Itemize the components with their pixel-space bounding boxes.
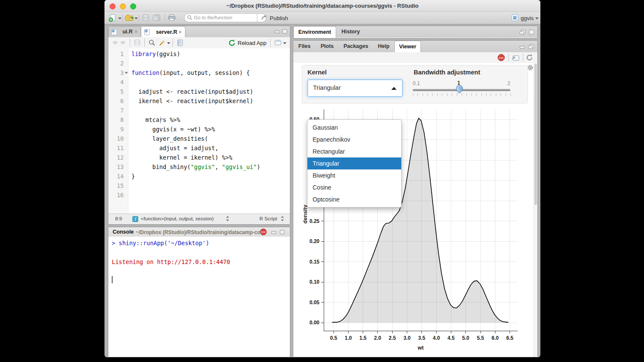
maximize-pane-icon[interactable] <box>529 30 534 35</box>
tab-viewer[interactable]: Viewer <box>394 41 421 52</box>
maximize-pane-icon[interactable] <box>280 230 285 234</box>
tab-ui-r[interactable]: R ui.R × <box>108 26 141 37</box>
code-tools-caret[interactable] <box>167 42 170 44</box>
publish-button[interactable] <box>261 15 268 21</box>
code-line[interactable]: 10 layer_densities( <box>108 134 290 143</box>
code-line[interactable]: 8 mtcars %>% <box>108 115 290 125</box>
viewer-content: 0.51.01.52.02.53.03.54.04.55.05.56.06.50… <box>293 63 537 357</box>
tab-files[interactable]: Files <box>293 41 316 52</box>
publish-label[interactable]: Publish <box>270 15 288 21</box>
stop-icon[interactable]: STOP <box>260 228 267 235</box>
code-line[interactable]: 3function(input, output, session) { <box>108 68 290 77</box>
slider-max-label: 2 <box>507 80 510 86</box>
close-tab-icon[interactable]: × <box>134 27 137 37</box>
compile-notebook-icon[interactable] <box>177 39 183 46</box>
code-line[interactable]: 7 <box>108 106 290 115</box>
svg-text:0.10: 0.10 <box>310 279 320 285</box>
environment-pane: Environment History <box>293 26 538 39</box>
svg-text:R: R <box>513 15 517 21</box>
kernel-option-gaussian[interactable]: Gaussian <box>307 122 401 134</box>
code-line[interactable]: 14} <box>108 172 290 181</box>
project-caret[interactable] <box>535 18 539 19</box>
save-button[interactable] <box>142 14 149 21</box>
project-icon: R <box>511 14 519 21</box>
file-type-selector[interactable]: R Script <box>259 216 277 221</box>
scope-updown-icon <box>226 216 229 221</box>
svg-text:3.5: 3.5 <box>418 335 425 341</box>
kernel-option-triangular[interactable]: Triangular <box>307 157 401 169</box>
tab-server-r[interactable]: R server.R × <box>141 26 185 37</box>
minimize-pane-icon[interactable] <box>519 45 525 49</box>
code-line[interactable]: 15 <box>108 181 290 190</box>
svg-text:1.5: 1.5 <box>359 335 367 341</box>
reload-app-label[interactable]: Reload App <box>238 40 266 46</box>
code-line[interactable]: 13 bind_shiny("ggvis", "ggvis_ui") <box>108 162 290 172</box>
tab-environment[interactable]: Environment <box>293 26 336 38</box>
kernel-option-cosine[interactable]: Cosine <box>307 181 401 193</box>
code-line[interactable]: 12 kernel = ikernel) %>% <box>108 153 290 162</box>
viewer-scrollbar[interactable] <box>534 63 538 357</box>
find-icon[interactable] <box>149 39 155 46</box>
svg-text:0.25: 0.25 <box>310 218 320 224</box>
save-all-button[interactable] <box>152 14 161 21</box>
console-title: Console <box>113 229 134 235</box>
svg-text:1.0: 1.0 <box>345 335 352 341</box>
stop-app-icon[interactable]: STOP <box>498 54 505 61</box>
maximize-pane-icon[interactable] <box>282 29 288 34</box>
code-line[interactable]: 6 ikernel <- reactive(input$kernel) <box>108 96 290 106</box>
open-in-new-window-icon[interactable] <box>512 54 519 61</box>
reload-app-icon[interactable] <box>229 39 236 46</box>
restore-panes-icon[interactable] <box>528 44 534 49</box>
console-pane: Console ~/Dropbox (RStudio)/RStudio/trai… <box>108 227 290 357</box>
layout-caret[interactable] <box>283 42 286 44</box>
svg-text:5.5: 5.5 <box>477 335 484 341</box>
tab-label: Help <box>378 43 389 49</box>
kernel-option-optcosine[interactable]: Optcosine <box>307 193 401 205</box>
print-button[interactable] <box>168 14 176 21</box>
kernel-select[interactable]: Triangular <box>307 80 402 97</box>
source-pane-layout-icon[interactable] <box>274 40 281 45</box>
minimize-pane-icon[interactable] <box>271 230 277 234</box>
code-line[interactable]: 16 <box>108 190 290 200</box>
console-cursor <box>112 276 113 283</box>
kernel-option-rectangular[interactable]: Rectangular <box>307 145 401 157</box>
forward-icon[interactable] <box>120 40 126 45</box>
code-line[interactable]: 11 adjust = iadjust, <box>108 143 290 153</box>
search-icon <box>187 15 192 20</box>
kernel-option-biweight[interactable]: Biweight <box>307 169 401 181</box>
back-icon[interactable] <box>112 40 118 45</box>
code-line[interactable]: 2 <box>108 59 290 68</box>
code-line[interactable]: 4 <box>108 77 290 87</box>
new-file-button[interactable] <box>109 14 117 22</box>
open-recent-caret[interactable] <box>134 18 138 19</box>
tab-help[interactable]: Help <box>373 41 394 52</box>
tab-label: server.R <box>156 29 177 35</box>
fold-icon[interactable] <box>125 72 128 74</box>
scrollbar-thumb[interactable] <box>534 64 537 205</box>
code-line[interactable]: 1library(ggvis) <box>108 49 290 59</box>
function-scope-selector[interactable]: <function>(input, output, session) <box>141 216 214 221</box>
open-file-button[interactable] <box>125 14 134 22</box>
tab-plots[interactable]: Plots <box>316 41 339 52</box>
close-tab-icon[interactable]: × <box>179 27 182 38</box>
code-tools-wand-icon[interactable] <box>159 39 166 46</box>
shiny-controls-panel: Kernel Triangular Bandwidth adjustment 0… <box>302 65 528 104</box>
console-output[interactable]: > shiny::runApp('~/Desktop') Listening o… <box>108 237 290 357</box>
tab-label: Environment <box>298 29 331 35</box>
new-file-menu-caret[interactable] <box>118 18 122 19</box>
refresh-icon[interactable] <box>526 54 533 61</box>
tab-history[interactable]: History <box>336 26 365 38</box>
tab-packages[interactable]: Packages <box>339 41 373 52</box>
code-editor[interactable]: 1library(ggvis)23function(input, output,… <box>108 48 290 214</box>
restore-panes-icon[interactable] <box>519 30 526 35</box>
minimize-pane-icon[interactable] <box>274 29 280 34</box>
project-selector[interactable]: ggvis <box>521 15 534 21</box>
kernel-option-epanechnikov[interactable]: Epanechnikov <box>307 134 401 145</box>
save-icon[interactable] <box>134 39 140 46</box>
goto-file-input[interactable]: Go to file/function <box>184 13 266 22</box>
kernel-select-value: Triangular <box>313 84 341 91</box>
code-line[interactable]: 9 ggvis(x = ~wt) %>% <box>108 125 290 134</box>
svg-text:4.5: 4.5 <box>447 335 455 341</box>
code-line[interactable]: 5 iadjust <- reactive(input$adjust) <box>108 87 290 96</box>
bandwidth-slider-handle[interactable] <box>455 84 465 94</box>
